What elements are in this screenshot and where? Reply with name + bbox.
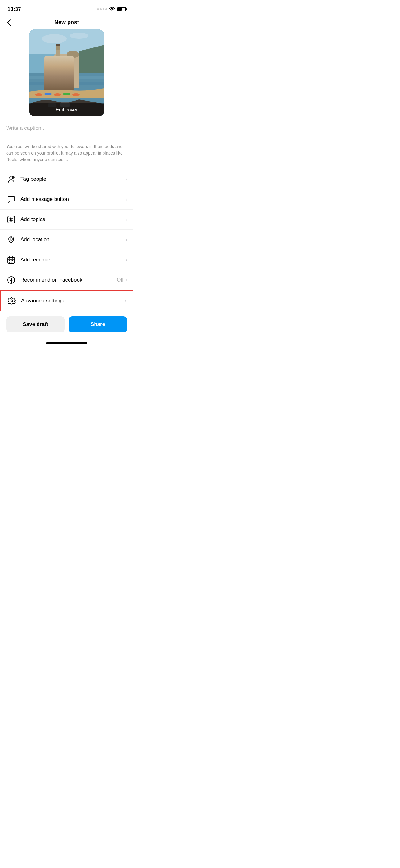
menu-item-advanced-settings[interactable]: Advanced settings › (0, 290, 133, 311)
home-bar (46, 342, 88, 344)
svg-point-0 (112, 10, 113, 11)
svg-rect-28 (8, 216, 14, 223)
page-title: New post (54, 19, 79, 26)
svg-point-44 (11, 300, 13, 302)
svg-point-12 (72, 93, 80, 96)
chevron-right-icon: › (125, 298, 127, 304)
svg-point-38 (9, 260, 10, 261)
menu-label-add-message-button: Add message button (21, 196, 126, 203)
save-draft-button[interactable]: Save draft (6, 316, 65, 333)
svg-rect-6 (29, 76, 104, 79)
svg-rect-13 (54, 54, 79, 89)
menu-label-recommend-facebook: Recommend on Facebook (21, 277, 116, 283)
menu-label-add-reminder: Add reminder (21, 257, 126, 263)
svg-point-11 (63, 93, 70, 95)
menu-label-add-topics: Add topics (21, 216, 126, 223)
svg-point-33 (10, 238, 12, 240)
chevron-right-icon: › (126, 257, 127, 262)
svg-rect-7 (29, 82, 104, 85)
recommend-facebook-value: Off (116, 277, 124, 283)
menu-item-add-message-button[interactable]: Add message button › (0, 189, 133, 210)
caption-area[interactable]: Write a caption... (0, 121, 133, 137)
menu-list: Tag people › Add message button › Add to… (0, 169, 133, 311)
menu-item-add-location[interactable]: Add location › (0, 230, 133, 250)
menu-item-add-reminder[interactable]: Add reminder › (0, 250, 133, 270)
menu-item-add-topics[interactable]: Add topics › (0, 210, 133, 230)
share-button[interactable]: Share (69, 316, 127, 333)
svg-rect-15 (67, 57, 73, 67)
menu-label-tag-people: Tag people (21, 176, 126, 182)
message-icon (6, 194, 16, 204)
svg-point-3 (42, 34, 67, 43)
svg-point-10 (54, 93, 61, 96)
svg-point-40 (12, 260, 13, 261)
status-icons (97, 7, 126, 12)
svg-rect-17 (70, 51, 76, 55)
wifi-icon (109, 7, 115, 12)
svg-point-4 (70, 33, 88, 39)
chevron-right-icon: › (126, 196, 127, 202)
caption-placeholder: Write a caption... (6, 125, 45, 131)
svg-point-39 (11, 260, 12, 261)
menu-item-tag-people[interactable]: Tag people › (0, 169, 133, 189)
chevron-right-icon: › (126, 176, 127, 182)
svg-point-9 (44, 93, 52, 95)
cover-image-wrapper[interactable]: Edit cover (29, 30, 104, 116)
nav-header: New post (0, 17, 133, 30)
svg-rect-14 (57, 57, 64, 67)
svg-rect-21 (59, 67, 62, 71)
edit-cover-button[interactable]: Edit cover (29, 103, 104, 116)
bottom-bar: Save draft Share (0, 311, 133, 340)
svg-rect-23 (71, 67, 74, 71)
info-text: Your reel will be shared with your follo… (0, 138, 133, 169)
chevron-right-icon: › (126, 277, 127, 283)
back-button[interactable] (6, 18, 12, 27)
svg-point-8 (35, 93, 42, 96)
facebook-icon (6, 275, 16, 285)
calendar-icon (6, 255, 16, 265)
svg-point-20 (56, 44, 60, 46)
chevron-right-icon: › (126, 237, 127, 243)
battery-icon (117, 7, 126, 11)
svg-line-32 (12, 218, 12, 221)
chevron-right-icon: › (126, 217, 127, 222)
svg-point-42 (11, 262, 12, 262)
hashtag-icon (6, 215, 16, 224)
signal-dots-icon (97, 8, 107, 10)
status-bar: 13:37 (0, 0, 133, 17)
tag-person-icon (6, 174, 16, 184)
cover-container: Edit cover (0, 30, 133, 121)
svg-line-31 (10, 218, 10, 221)
menu-item-recommend-facebook[interactable]: Recommend on Facebook Off › (0, 270, 133, 290)
location-icon (6, 235, 16, 245)
menu-label-add-location: Add location (21, 237, 126, 243)
settings-icon (7, 296, 17, 306)
svg-rect-22 (65, 67, 68, 71)
status-time: 13:37 (7, 6, 21, 12)
menu-label-advanced-settings: Advanced settings (21, 298, 125, 304)
svg-rect-18 (56, 48, 61, 61)
svg-point-41 (9, 262, 10, 262)
home-indicator (0, 340, 133, 348)
